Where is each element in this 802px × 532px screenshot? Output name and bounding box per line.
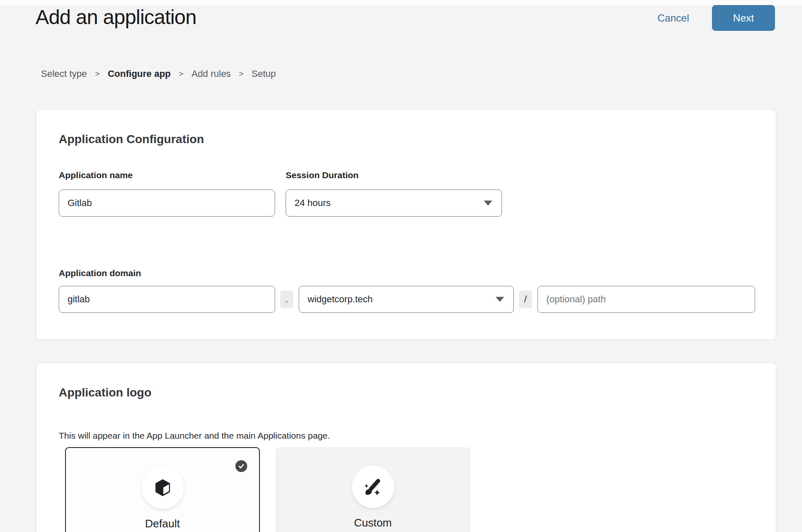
logo-option-custom[interactable]: Custom — [276, 447, 470, 532]
session-duration-label: Session Duration — [286, 170, 359, 180]
application-configuration-card: Application Configuration Application na… — [36, 109, 776, 340]
breadcrumb-separator: > — [95, 69, 100, 79]
breadcrumb-separator: > — [179, 69, 183, 79]
session-duration-value: 24 hours — [295, 198, 331, 209]
add-application-page: { "header": { "title": "Add an applicati… — [0, 0, 802, 532]
chevron-down-icon — [496, 297, 504, 302]
default-logo-circle — [142, 467, 184, 509]
breadcrumb-separator: > — [239, 69, 243, 79]
path-input[interactable] — [537, 286, 755, 313]
cancel-button[interactable]: Cancel — [657, 12, 689, 24]
logo-option-label: Default — [66, 517, 259, 530]
config-card-heading: Application Configuration — [59, 132, 204, 147]
breadcrumb-select-type[interactable]: Select type — [41, 68, 87, 79]
slash-separator: / — [519, 290, 532, 308]
application-logo-card: Application logo This will appear in the… — [36, 363, 776, 532]
breadcrumb-add-rules[interactable]: Add rules — [191, 68, 231, 79]
check-icon — [237, 462, 245, 470]
paintbrush-icon — [363, 477, 383, 497]
domain-select-value: widgetcorp.tech — [308, 294, 373, 305]
application-name-label: Application name — [59, 170, 133, 180]
chevron-down-icon — [484, 201, 492, 206]
breadcrumb-setup[interactable]: Setup — [251, 68, 276, 79]
session-duration-select[interactable]: 24 hours — [286, 190, 502, 217]
custom-logo-circle — [352, 466, 394, 508]
logo-option-default[interactable]: Default — [65, 447, 260, 532]
logo-option-label: Custom — [276, 516, 470, 529]
top-strip — [0, 0, 802, 5]
page-title: Add an application — [35, 5, 196, 30]
application-domain-label: Application domain — [59, 268, 141, 278]
dot-separator: . — [280, 290, 293, 308]
next-button[interactable]: Next — [712, 5, 775, 31]
selected-check-badge — [235, 460, 247, 472]
breadcrumb-configure-app[interactable]: Configure app — [108, 68, 171, 79]
application-name-input[interactable] — [59, 190, 275, 217]
logo-card-heading: Application logo — [59, 385, 151, 400]
breadcrumb: Select type > Configure app > Add rules … — [41, 68, 276, 79]
cube-icon — [154, 478, 171, 497]
logo-card-description: This will appear in the App Launcher and… — [59, 430, 330, 441]
subdomain-input[interactable] — [59, 286, 275, 313]
domain-select[interactable]: widgetcorp.tech — [299, 286, 514, 313]
